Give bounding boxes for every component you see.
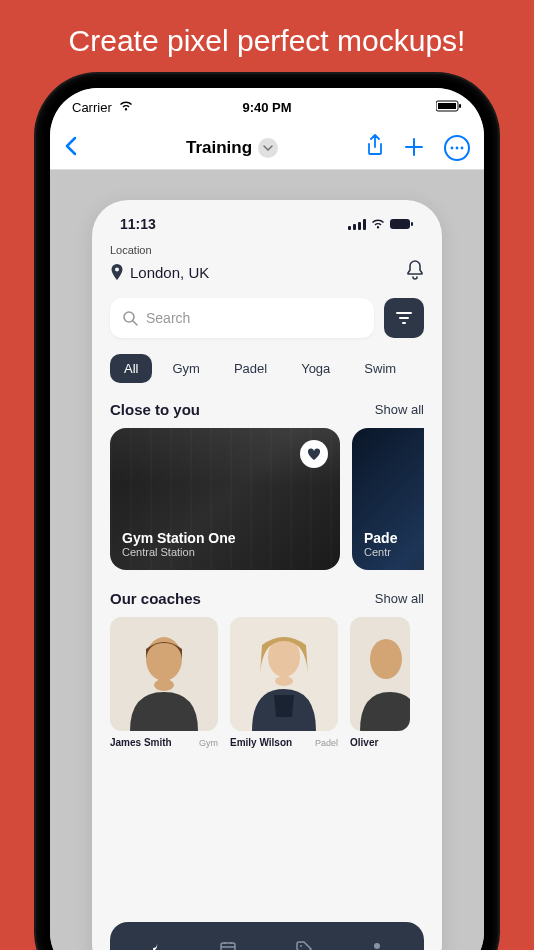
svg-point-23 [374,943,380,949]
mockup-phone[interactable]: 11:13 Location London, UK [92,200,442,950]
battery-icon [436,100,462,115]
svg-rect-8 [358,222,361,230]
coach-card[interactable]: Oliver [350,617,410,748]
svg-rect-11 [411,222,413,226]
section-close-title: Close to you [110,401,200,418]
search-placeholder: Search [146,310,190,326]
pin-icon [110,264,124,280]
iphone-screen: Carrier 9:40 PM Training [50,88,484,950]
battery-icon [390,218,414,230]
coach-avatar [350,617,410,731]
back-button[interactable] [64,132,98,163]
place-sub: Central Station [122,546,328,558]
place-card[interactable]: Pade Centr [352,428,424,570]
inner-status-bar: 11:13 [110,216,424,244]
search-icon [122,310,138,326]
outer-time: 9:40 PM [242,100,291,115]
svg-point-3 [451,146,454,149]
svg-point-15 [154,679,174,691]
bottom-nav: Home Schedule Offers Settings [110,922,424,950]
coach-name: James Smith [110,737,172,748]
svg-rect-6 [348,226,351,230]
tag-icon [295,940,313,951]
place-name: Pade [364,530,424,546]
favorite-button[interactable] [300,440,328,468]
place-name: Gym Station One [122,530,328,546]
filter-button[interactable] [384,298,424,338]
coach-avatar [230,617,338,731]
nav-schedule[interactable]: Schedule [212,940,245,951]
pill-all[interactable]: All [110,354,152,383]
home-icon [144,940,162,951]
person-icon [368,940,386,951]
svg-point-14 [146,637,182,681]
nav-offers[interactable]: Offers [293,940,315,951]
coach-card[interactable]: Emily Wilson Padel [230,617,338,748]
calendar-icon [219,940,237,951]
pill-yoga[interactable]: Yoga [287,354,344,383]
title-dropdown[interactable] [258,138,278,158]
svg-rect-7 [353,224,356,230]
pill-padel[interactable]: Padel [220,354,281,383]
svg-point-5 [461,146,464,149]
pill-more[interactable]: Go [416,354,424,383]
location-selector[interactable]: London, UK [110,264,209,281]
carrier-label: Carrier [72,100,112,115]
pill-swim[interactable]: Swim [350,354,410,383]
svg-rect-10 [390,219,410,229]
section-coaches-title: Our coaches [110,590,201,607]
category-pills: All Gym Padel Yoga Swim Go [110,354,424,383]
nav-home[interactable]: Home [142,940,163,951]
filter-icon [395,311,413,325]
search-input[interactable]: Search [110,298,374,338]
wifi-icon [370,218,386,230]
location-label: Location [110,244,424,256]
coach-card[interactable]: James Smith Gym [110,617,218,748]
location-value: London, UK [130,264,209,281]
share-icon[interactable] [366,134,384,161]
wifi-icon [118,100,134,115]
coach-category: Padel [315,738,338,748]
heart-icon [307,448,321,461]
svg-rect-2 [459,104,461,108]
coach-name: Emily Wilson [230,737,292,748]
close-show-all[interactable]: Show all [375,402,424,417]
svg-point-18 [275,676,293,686]
iphone-frame: Carrier 9:40 PM Training [36,74,498,950]
promo-headline: Create pixel perfect mockups! [0,0,534,74]
nav-settings[interactable]: Settings [363,940,392,951]
bell-icon[interactable] [406,260,424,284]
svg-rect-9 [363,219,366,230]
coach-avatar [110,617,218,731]
inner-time: 11:13 [120,216,156,232]
pill-gym[interactable]: Gym [158,354,213,383]
canvas-area[interactable]: 11:13 Location London, UK [50,170,484,950]
place-card[interactable]: Gym Station One Central Station [110,428,340,570]
coach-category: Gym [199,738,218,748]
svg-point-20 [370,639,402,679]
outer-status-bar: Carrier 9:40 PM [50,88,484,126]
place-sub: Centr [364,546,424,558]
svg-point-4 [456,146,459,149]
coach-name: Oliver [350,737,378,748]
signal-icon [348,219,366,230]
svg-point-22 [300,945,302,947]
svg-rect-1 [438,103,456,109]
nav-title: Training [186,138,252,158]
outer-navbar: Training [50,126,484,170]
add-button[interactable] [404,132,424,164]
coaches-show-all[interactable]: Show all [375,591,424,606]
more-button[interactable] [444,135,470,161]
